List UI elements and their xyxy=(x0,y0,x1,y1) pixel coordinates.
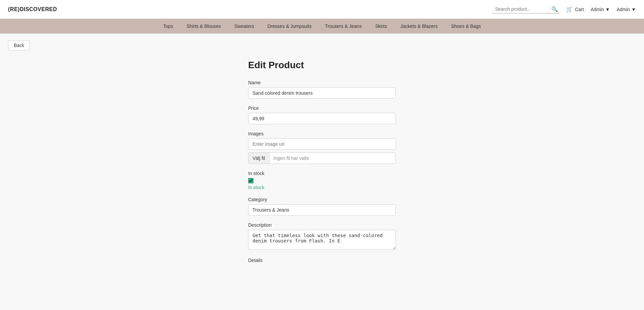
details-group: Details xyxy=(248,258,396,263)
category-label: Category xyxy=(248,197,396,202)
price-label: Price xyxy=(248,105,396,111)
nav-item-dresses[interactable]: Dresses & Jumpsuits xyxy=(267,24,311,29)
image-url-input[interactable] xyxy=(248,138,396,150)
description-textarea[interactable] xyxy=(248,230,396,250)
form-title: Edit Product xyxy=(248,60,396,71)
images-label: Images xyxy=(248,131,396,136)
admin-label-2: Admin xyxy=(616,7,630,12)
header: (RE)DISCOVERED 🔍 🛒 Cart Admin ▼ Admin ▼ xyxy=(0,0,644,19)
price-input[interactable] xyxy=(248,113,396,124)
images-group: Images Välj fil Ingen fil har valts xyxy=(248,131,396,164)
file-choose-button[interactable]: Välj fil xyxy=(248,153,269,164)
file-input-row: Välj fil Ingen fil har valts xyxy=(248,152,396,164)
cart-link[interactable]: 🛒 Cart xyxy=(566,6,584,12)
in-stock-checkbox-row xyxy=(248,178,396,183)
in-stock-label: In stock xyxy=(248,171,396,176)
details-label: Details xyxy=(248,258,396,263)
name-input[interactable] xyxy=(248,87,396,99)
nav-item-jackets[interactable]: Jackets & Blazers xyxy=(400,24,438,29)
category-group: Category xyxy=(248,197,396,216)
admin-dropdown-icon-2: ▼ xyxy=(631,7,636,12)
form-container: Edit Product Name Price Images Välj fil … xyxy=(248,60,396,263)
category-input[interactable] xyxy=(248,204,396,216)
search-container: 🔍 xyxy=(492,5,559,13)
price-group: Price xyxy=(248,105,396,124)
admin-dropdown-icon-1: ▼ xyxy=(605,7,610,12)
nav-item-skirts[interactable]: Skirts xyxy=(375,24,387,29)
main-content: Back Edit Product Name Price Images Välj… xyxy=(0,34,644,310)
nav-item-sweaters[interactable]: Sweaters xyxy=(234,24,254,29)
nav-item-trousers[interactable]: Trousers & Jeans xyxy=(325,24,362,29)
admin-dropdown-1[interactable]: Admin ▼ xyxy=(591,7,610,12)
file-name-display: Ingen fil har valts xyxy=(269,153,396,164)
search-icon[interactable]: 🔍 xyxy=(551,6,558,12)
nav-item-shirts[interactable]: Shirts & Blouses xyxy=(186,24,221,29)
nav-item-shoes[interactable]: Shoes & Bags xyxy=(451,24,481,29)
admin-dropdown-2[interactable]: Admin ▼ xyxy=(616,7,636,12)
nav-item-tops[interactable]: Tops xyxy=(163,24,173,29)
navbar: Tops Shirts & Blouses Sweaters Dresses &… xyxy=(0,19,644,34)
name-label: Name xyxy=(248,80,396,85)
description-label: Description xyxy=(248,222,396,228)
description-group: Description xyxy=(248,222,396,251)
logo: (RE)DISCOVERED xyxy=(8,6,57,12)
cart-label: Cart xyxy=(575,7,584,12)
back-button[interactable]: Back xyxy=(8,40,30,50)
in-stock-status: In stock xyxy=(248,185,264,190)
header-right: 🔍 🛒 Cart Admin ▼ Admin ▼ xyxy=(492,5,636,13)
admin-label-1: Admin xyxy=(591,7,604,12)
cart-icon: 🛒 xyxy=(566,6,573,12)
in-stock-checkbox[interactable] xyxy=(248,178,254,183)
in-stock-group: In stock In stock xyxy=(248,171,396,190)
search-input[interactable] xyxy=(492,5,559,13)
name-group: Name xyxy=(248,80,396,99)
